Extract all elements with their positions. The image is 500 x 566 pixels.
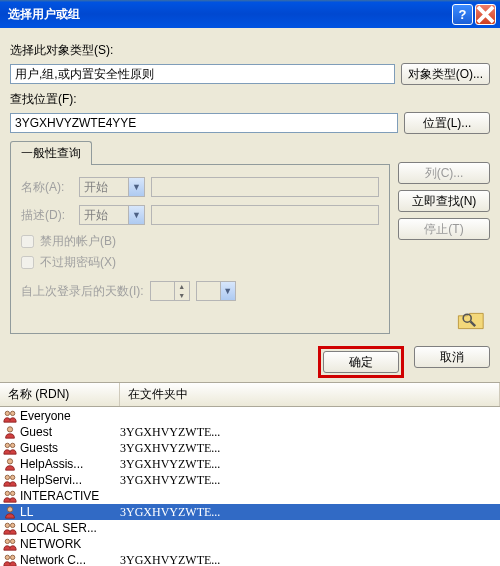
- find-now-button[interactable]: 立即查找(N): [398, 190, 490, 212]
- svg-point-6: [10, 443, 14, 447]
- svg-point-9: [10, 475, 14, 479]
- list-item[interactable]: LL3YGXHVYZWTE...: [0, 504, 500, 520]
- row-folder: 3YGXHVYZWTE...: [120, 473, 500, 488]
- svg-point-13: [5, 523, 9, 527]
- svg-point-2: [5, 411, 9, 415]
- ok-highlight: 确定: [318, 346, 404, 378]
- row-name: HelpServi...: [20, 473, 120, 487]
- window-title: 选择用户或组: [8, 6, 450, 23]
- stop-button[interactable]: 停止(T): [398, 218, 490, 240]
- row-folder: 3YGXHVYZWTE...: [120, 553, 500, 567]
- dialog-content: 选择此对象类型(S): 对象类型(O)... 查找位置(F): 位置(L)...…: [0, 28, 500, 338]
- row-name: Guest: [20, 425, 120, 439]
- column-folder[interactable]: 在文件夹中: [120, 383, 500, 406]
- group-icon: [2, 472, 18, 488]
- list-item[interactable]: Guests3YGXHVYZWTE...: [0, 440, 500, 456]
- disabled-accounts-label: 禁用的帐户(B): [40, 233, 116, 250]
- list-item[interactable]: LOCAL SER...: [0, 520, 500, 536]
- row-folder: 3YGXHVYZWTE...: [120, 457, 500, 472]
- chevron-down-icon: ▼: [128, 206, 144, 224]
- row-folder: 3YGXHVYZWTE...: [120, 425, 500, 440]
- ok-button[interactable]: 确定: [323, 351, 399, 373]
- row-folder: 3YGXHVYZWTE...: [120, 505, 500, 520]
- list-item[interactable]: Everyone: [0, 408, 500, 424]
- row-name: HelpAssis...: [20, 457, 120, 471]
- dialog-buttons: 确定 取消: [0, 338, 500, 382]
- group-icon: [2, 536, 18, 552]
- desc-combo[interactable]: 开始▼: [79, 205, 145, 225]
- name-input[interactable]: [151, 177, 379, 197]
- group-icon: [2, 408, 18, 424]
- row-name: LL: [20, 505, 120, 519]
- days-spinner[interactable]: ▲▼: [150, 281, 190, 301]
- location-button[interactable]: 位置(L)...: [404, 112, 490, 134]
- right-button-column: 列(C)... 立即查找(N) 停止(T): [398, 140, 490, 334]
- row-name: INTERACTIVE: [20, 489, 120, 503]
- titlebar: 选择用户或组 ?: [0, 0, 500, 28]
- row-name: LOCAL SER...: [20, 521, 120, 535]
- group-icon: [2, 552, 18, 566]
- row-name: NETWORK: [20, 537, 120, 551]
- location-input[interactable]: [10, 113, 398, 133]
- svg-point-15: [5, 539, 9, 543]
- row-folder: 3YGXHVYZWTE...: [120, 441, 500, 456]
- cancel-button[interactable]: 取消: [414, 346, 490, 368]
- group-icon: [2, 488, 18, 504]
- noexpire-label: 不过期密码(X): [40, 254, 116, 271]
- noexpire-checkbox[interactable]: [21, 256, 34, 269]
- results-list[interactable]: EveryoneGuest3YGXHVYZWTE...Guests3YGXHVY…: [0, 407, 500, 566]
- column-name[interactable]: 名称 (RDN): [0, 383, 120, 406]
- svg-point-3: [10, 411, 14, 415]
- disabled-accounts-checkbox[interactable]: [21, 235, 34, 248]
- group-icon: [2, 440, 18, 456]
- columns-button[interactable]: 列(C)...: [398, 162, 490, 184]
- svg-point-8: [5, 475, 9, 479]
- user-icon: [2, 424, 18, 440]
- desc-input[interactable]: [151, 205, 379, 225]
- svg-point-5: [5, 443, 9, 447]
- query-panel: 名称(A): 开始▼ 描述(D): 开始▼ 禁用的帐户(B) 不过期密码(X): [10, 164, 390, 334]
- svg-point-12: [7, 507, 12, 512]
- location-label: 查找位置(F):: [10, 91, 490, 108]
- list-item[interactable]: INTERACTIVE: [0, 488, 500, 504]
- svg-point-18: [10, 555, 14, 559]
- svg-point-4: [7, 427, 12, 432]
- svg-point-10: [5, 491, 9, 495]
- row-name: Network C...: [20, 553, 120, 566]
- close-button[interactable]: [475, 4, 496, 25]
- list-item[interactable]: NETWORK: [0, 536, 500, 552]
- desc-label: 描述(D):: [21, 207, 73, 224]
- list-item[interactable]: HelpAssis...3YGXHVYZWTE...: [0, 456, 500, 472]
- list-item[interactable]: Network C...3YGXHVYZWTE...: [0, 552, 500, 566]
- row-name: Everyone: [20, 409, 120, 423]
- chevron-down-icon: ▼: [220, 282, 235, 300]
- days-combo[interactable]: ▼: [196, 281, 236, 301]
- svg-point-16: [10, 539, 14, 543]
- user-icon: [2, 504, 18, 520]
- help-button[interactable]: ?: [452, 4, 473, 25]
- row-name: Guests: [20, 441, 120, 455]
- object-type-input[interactable]: [10, 64, 395, 84]
- svg-point-14: [10, 523, 14, 527]
- svg-point-17: [5, 555, 9, 559]
- list-item[interactable]: HelpServi...3YGXHVYZWTE...: [0, 472, 500, 488]
- days-label: 自上次登录后的天数(I):: [21, 283, 144, 300]
- name-label: 名称(A):: [21, 179, 73, 196]
- query-tab-area: 一般性查询 名称(A): 开始▼ 描述(D): 开始▼ 禁用的帐户(B): [10, 140, 390, 334]
- svg-point-11: [10, 491, 14, 495]
- group-icon: [2, 520, 18, 536]
- chevron-down-icon: ▼: [128, 178, 144, 196]
- object-type-button[interactable]: 对象类型(O)...: [401, 63, 490, 85]
- list-item[interactable]: Guest3YGXHVYZWTE...: [0, 424, 500, 440]
- search-folder-icon: [454, 304, 490, 334]
- user-icon: [2, 456, 18, 472]
- object-type-label: 选择此对象类型(S):: [10, 42, 490, 59]
- svg-point-7: [7, 459, 12, 464]
- name-combo[interactable]: 开始▼: [79, 177, 145, 197]
- tab-general-query[interactable]: 一般性查询: [10, 141, 92, 165]
- results-header: 名称 (RDN) 在文件夹中: [0, 382, 500, 407]
